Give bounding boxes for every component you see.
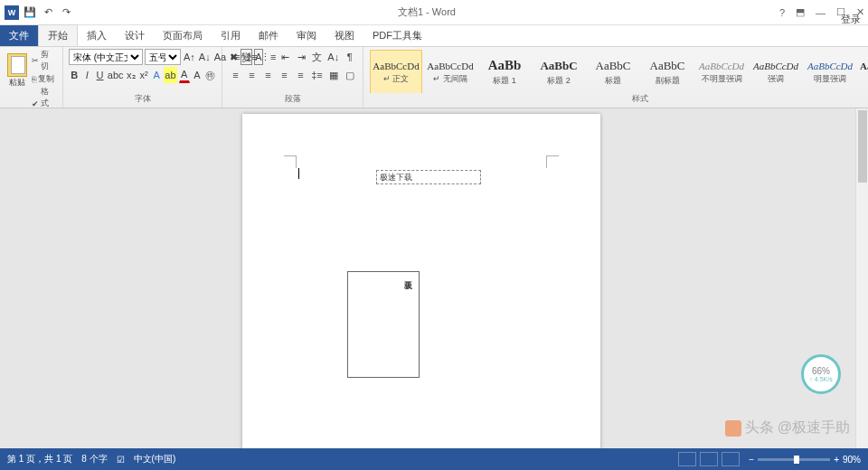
- char-shading-icon[interactable]: A: [192, 67, 203, 83]
- style-h2[interactable]: AaBbC标题 2: [533, 50, 585, 93]
- ribbon: 粘贴 ✂ 剪切 ⎘ 复制 ✔ 格式刷 剪贴板 宋体 (中文正文 五号 A↑ A↓…: [0, 47, 868, 108]
- shading-icon[interactable]: ▦: [326, 67, 341, 83]
- group-clipboard: 粘贴 ✂ 剪切 ⎘ 复制 ✔ 格式刷 剪贴板: [0, 47, 63, 108]
- enclose-char-icon[interactable]: ㊕: [204, 67, 216, 83]
- ribbon-tabs: 文件 开始 插入 设计 页面布局 引用 邮件 审阅 视图 PDF工具集: [0, 25, 868, 47]
- align-distrib-icon[interactable]: ≡: [293, 67, 308, 83]
- bold-icon[interactable]: B: [69, 67, 80, 83]
- zoom-slider[interactable]: [758, 458, 830, 461]
- style-nospacing[interactable]: AaBbCcDd↵ 无间隔: [424, 50, 476, 93]
- view-read-icon[interactable]: [678, 452, 696, 466]
- zoom-value[interactable]: 90%: [843, 455, 861, 465]
- numbering-icon[interactable]: 1≡: [244, 49, 259, 65]
- align-center-icon[interactable]: ≡: [244, 67, 259, 83]
- sort-icon[interactable]: A↓: [326, 49, 341, 65]
- indent-left-icon[interactable]: ⇤: [278, 49, 293, 65]
- style-subtitle[interactable]: AaBbC副标题: [641, 50, 693, 93]
- style-subtle-emph[interactable]: AaBbCcDd不明显强调: [695, 50, 748, 93]
- login-link[interactable]: 登录: [841, 14, 861, 24]
- tab-home[interactable]: 开始: [38, 24, 78, 46]
- bullets-icon[interactable]: •≡: [228, 49, 243, 65]
- tab-pdf[interactable]: PDF工具集: [363, 25, 431, 46]
- text-effects-icon[interactable]: A: [151, 67, 162, 83]
- superscript-icon[interactable]: x²: [138, 67, 149, 83]
- undo-icon[interactable]: ↶: [40, 5, 56, 21]
- status-bar: 第 1 页，共 1 页 8 个字 ☑ 中文(中国) − + 90%: [0, 448, 868, 470]
- view-print-icon[interactable]: [700, 452, 718, 466]
- copy-button[interactable]: ⎘ 复制: [32, 73, 57, 85]
- line-spacing-icon[interactable]: ‡≡: [309, 67, 325, 83]
- font-name-select[interactable]: 宋体 (中文正文: [69, 49, 143, 65]
- indent-right-icon[interactable]: ⇥: [294, 49, 309, 65]
- text-cursor: [298, 168, 299, 179]
- tab-layout[interactable]: 页面布局: [154, 25, 212, 46]
- tab-mail[interactable]: 邮件: [250, 25, 288, 46]
- group-label: 样式: [369, 93, 868, 106]
- subscript-icon[interactable]: x₂: [126, 67, 137, 83]
- status-proofing-icon[interactable]: ☑: [117, 455, 125, 465]
- cut-button[interactable]: ✂ 剪切: [32, 49, 57, 72]
- underline-icon[interactable]: U: [94, 67, 105, 83]
- group-styles: AaBbCcDd↵ 正文 AaBbCcDd↵ 无间隔 AaBb标题 1 AaBb…: [363, 47, 868, 108]
- textbox-vertical[interactable]: 天极下载: [347, 271, 420, 378]
- watermark: 头条 @极速手助: [725, 418, 850, 437]
- tab-view[interactable]: 视图: [326, 25, 363, 46]
- view-buttons: [678, 452, 740, 466]
- align-right-icon[interactable]: ≡: [260, 67, 276, 83]
- style-emph[interactable]: AaBbCcDd强调: [750, 50, 802, 93]
- zoom-control: − + 90%: [749, 455, 861, 465]
- tab-review[interactable]: 审阅: [288, 25, 326, 46]
- highlight-icon[interactable]: ab: [164, 67, 176, 83]
- window-title: 文档1 - Word: [74, 5, 779, 19]
- clipboard-icon: [7, 53, 27, 77]
- font-color-icon[interactable]: A: [179, 67, 190, 83]
- help-icon[interactable]: ?: [779, 7, 785, 18]
- shrink-font-icon[interactable]: A↓: [198, 49, 212, 65]
- tab-file[interactable]: 文件: [0, 25, 38, 46]
- style-title[interactable]: AaBbC标题: [587, 50, 639, 93]
- vertical-scrollbar[interactable]: [855, 108, 868, 448]
- tab-design[interactable]: 设计: [116, 25, 154, 46]
- style-h1[interactable]: AaBb标题 1: [478, 50, 531, 93]
- redo-icon[interactable]: ↷: [58, 5, 74, 21]
- minimize-icon[interactable]: —: [816, 7, 826, 18]
- margin-mark-tr: [546, 155, 559, 168]
- save-icon[interactable]: 💾: [22, 5, 38, 21]
- quick-access-toolbar: W 💾 ↶ ↷: [4, 5, 74, 21]
- style-intense-emph[interactable]: AaBbCcDd明显强调: [804, 50, 856, 93]
- strike-icon[interactable]: abc: [108, 67, 124, 83]
- scroll-thumb[interactable]: [858, 110, 867, 183]
- zoom-in-icon[interactable]: +: [834, 455, 839, 465]
- group-label: 字体: [69, 93, 216, 106]
- ribbon-toggle-icon[interactable]: ⬒: [796, 6, 805, 18]
- margin-mark-tl: [284, 155, 297, 168]
- align-justify-icon[interactable]: ≡: [277, 67, 292, 83]
- page[interactable]: 极速下载 天极下载: [242, 114, 600, 448]
- group-label: 段落: [228, 93, 357, 106]
- text-direction-icon[interactable]: 文: [309, 49, 325, 65]
- align-left-icon[interactable]: ≡: [228, 67, 243, 83]
- group-font: 宋体 (中文正文 五号 A↑ A↓ Aa ✖ 變 A B I U abc x₂ …: [63, 47, 222, 108]
- zoom-out-icon[interactable]: −: [749, 455, 754, 465]
- badge-rate: ↑ 4.5K/s: [809, 376, 832, 382]
- document-area[interactable]: 极速下载 天极下载 66% ↑ 4.5K/s 头条 @极速手助: [0, 108, 868, 448]
- word-icon: W: [4, 5, 20, 21]
- tab-insert[interactable]: 插入: [78, 25, 116, 46]
- grow-font-icon[interactable]: A↑: [183, 49, 196, 65]
- status-page[interactable]: 第 1 页，共 1 页: [7, 453, 72, 465]
- multilevel-icon[interactable]: ⋮≡: [260, 49, 277, 65]
- style-normal[interactable]: AaBbCcDd↵ 正文: [370, 50, 422, 93]
- badge-percent: 66%: [812, 366, 830, 376]
- style-strong[interactable]: AaBbCcDd要点: [858, 50, 868, 93]
- status-language[interactable]: 中文(中国): [134, 453, 176, 465]
- paste-button[interactable]: 粘贴: [5, 49, 28, 92]
- borders-icon[interactable]: ▢: [342, 67, 357, 83]
- textbox-horizontal[interactable]: 极速下载: [376, 170, 481, 184]
- status-word-count[interactable]: 8 个字: [81, 453, 107, 465]
- style-gallery[interactable]: AaBbCcDd↵ 正文 AaBbCcDd↵ 无间隔 AaBb标题 1 AaBb…: [369, 49, 868, 93]
- italic-icon[interactable]: I: [81, 67, 92, 83]
- view-web-icon[interactable]: [722, 452, 740, 466]
- tab-references[interactable]: 引用: [212, 25, 250, 46]
- font-size-select[interactable]: 五号: [145, 49, 181, 65]
- show-marks-icon[interactable]: ¶: [342, 49, 357, 65]
